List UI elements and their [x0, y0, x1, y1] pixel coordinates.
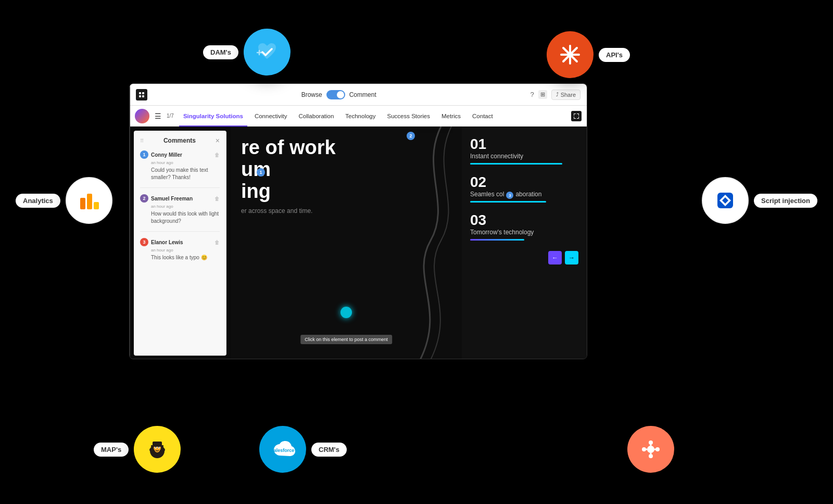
comment-item-3: 3 Elanor Lewis 🗑 an hour ago This looks …: [140, 238, 220, 268]
nav-item-contact[interactable]: Contact: [468, 106, 497, 127]
crms-icon-circle[interactable]: salesforce: [259, 426, 306, 473]
feature-item-2: 02 Seamles col 3 aboration: [470, 175, 578, 203]
comment-label: Comment: [349, 91, 376, 98]
feature-number-3: 03: [470, 213, 578, 228]
nav-arrows: ← →: [470, 251, 578, 264]
next-arrow-button[interactable]: →: [565, 251, 578, 264]
nav-counter: 1/7: [167, 113, 174, 119]
svg-rect-8: [80, 198, 85, 209]
browser-actions: ? ⊞ ⤴ Share: [530, 90, 580, 100]
script-icon-circle[interactable]: [702, 177, 749, 224]
comment-item-2: 2 Samuel Freeman 🗑 an hour ago How would…: [140, 194, 220, 232]
svg-rect-24: [153, 442, 162, 446]
apis-icon-circle[interactable]: [547, 31, 594, 78]
script-injection-integration: Script injection: [702, 177, 817, 224]
grid-icon[interactable]: ⊞: [538, 90, 547, 99]
comment-delete-1[interactable]: 🗑: [214, 152, 220, 158]
fullscreen-icon[interactable]: [571, 111, 582, 121]
comment-avatar-3: 3: [140, 238, 148, 246]
crms-label: CRM's: [311, 443, 347, 457]
nav-item-technology[interactable]: Technology: [341, 106, 380, 127]
feature-title-2b: aboration: [515, 191, 541, 198]
comment-delete-3[interactable]: 🗑: [214, 240, 220, 245]
browser-nav: ☰ 1/7 Singularity Solutions Connectivity…: [130, 106, 587, 127]
feature-bar-2: [470, 201, 546, 203]
scene: Browse Comment ? ⊞ ⤴ Share ☰ 1/7 Singula…: [0, 0, 833, 504]
maps-icon-circle[interactable]: [134, 426, 181, 473]
share-label: Share: [561, 92, 576, 98]
svg-rect-10: [94, 202, 99, 209]
click-tooltip: Click on this element to post a comment: [300, 335, 392, 344]
browser-content: ⠿ Comments × 1 Conny Miller 🗑 an hour ag…: [130, 127, 587, 359]
comment-time-2: an hour ago: [151, 204, 220, 209]
dams-label: DAM's: [203, 45, 238, 59]
comment-text-3: This looks like a typo 😊: [151, 254, 220, 261]
comment-badge-3[interactable]: 3: [506, 192, 513, 199]
nav-item-success[interactable]: Success Stories: [383, 106, 434, 127]
analytics-icon-circle[interactable]: [66, 177, 112, 224]
comment-user-3: Elanor Lewis: [151, 240, 212, 245]
feature-title-1: Instant connectivity: [470, 153, 578, 160]
prev-arrow-button[interactable]: ←: [548, 251, 562, 264]
feature-number-1: 01: [470, 137, 578, 152]
script-label: Script injection: [754, 194, 817, 208]
comment-text-2: How would this look with light backgroun…: [151, 210, 220, 225]
feature-bar-1: [470, 163, 562, 165]
svg-point-27: [647, 446, 654, 453]
comments-panel: ⠿ Comments × 1 Conny Miller 🗑 an hour ag…: [134, 131, 226, 356]
nav-item-collaboration[interactable]: Collaboration: [295, 106, 338, 127]
comments-panel-header: ⠿ Comments ×: [140, 137, 220, 144]
svg-rect-2: [139, 95, 141, 97]
curved-shape: [368, 127, 462, 359]
dams-integration: DAM's: [203, 29, 291, 75]
slide-content[interactable]: 1 2 re of work um ing er across space an…: [231, 127, 462, 359]
crms-integration: salesforce CRM's: [259, 426, 347, 473]
comment-time-3: an hour ago: [151, 248, 220, 253]
help-icon[interactable]: ?: [530, 91, 534, 98]
svg-rect-25: [151, 445, 163, 447]
hamburger-icon[interactable]: ☰: [153, 111, 163, 121]
svg-rect-3: [142, 95, 144, 97]
svg-point-31: [655, 447, 660, 451]
analytics-label: Analytics: [16, 194, 60, 208]
nav-item-connectivity[interactable]: Connectivity: [250, 106, 292, 127]
svg-point-29: [649, 454, 653, 458]
panel-divider: [130, 84, 130, 359]
drag-handle-icon[interactable]: ⠿: [140, 138, 144, 144]
comment-user-1: Conny Miller: [151, 152, 212, 158]
nav-item-singularity[interactable]: Singularity Solutions: [179, 106, 247, 127]
nav-logo-icon: [135, 109, 149, 123]
teal-dot: [340, 307, 352, 318]
feature-item-1: 01 Instant connectivity: [470, 137, 578, 165]
feature-bar-3: [470, 239, 524, 241]
comment-badge-1[interactable]: 1: [257, 168, 265, 177]
browse-comment-toggle[interactable]: Browse Comment: [152, 90, 526, 99]
right-panel: 01 Instant connectivity 02 Seamles col 3…: [462, 127, 587, 359]
apis-label: API's: [599, 48, 630, 62]
hubspot-icon-circle[interactable]: [627, 426, 674, 473]
svg-rect-1: [142, 92, 144, 94]
feature-item-3: 03 Tomorrow's technology: [470, 213, 578, 241]
browser-toolbar: Browse Comment ? ⊞ ⤴ Share: [130, 84, 587, 106]
share-button[interactable]: ⤴ Share: [551, 90, 580, 100]
comment-time-1: an hour ago: [151, 160, 220, 165]
svg-point-23: [158, 447, 159, 448]
comment-delete-2[interactable]: 🗑: [214, 196, 220, 201]
comments-title: Comments: [144, 137, 216, 144]
browser-window: Browse Comment ? ⊞ ⤴ Share ☰ 1/7 Singula…: [129, 83, 587, 359]
feature-number-2: 02: [470, 175, 578, 190]
maps-label: MAP's: [94, 443, 129, 457]
svg-point-28: [649, 440, 653, 445]
nav-item-metrics[interactable]: Metrics: [437, 106, 465, 127]
maps-integration: MAP's: [94, 426, 181, 473]
comment-user-2: Samuel Freeman: [151, 196, 212, 201]
hubspot-integration: [627, 426, 674, 473]
browser-logo-icon: [136, 89, 147, 100]
comment-avatar-1: 1: [140, 150, 148, 159]
feature-title-2: Seamles col: [470, 191, 504, 198]
toggle-switch[interactable]: [326, 90, 345, 99]
close-comments-button[interactable]: ×: [216, 137, 220, 144]
browse-label: Browse: [301, 91, 322, 98]
comment-item-1: 1 Conny Miller 🗑 an hour ago Could you m…: [140, 150, 220, 188]
dams-icon-circle[interactable]: [244, 29, 291, 75]
